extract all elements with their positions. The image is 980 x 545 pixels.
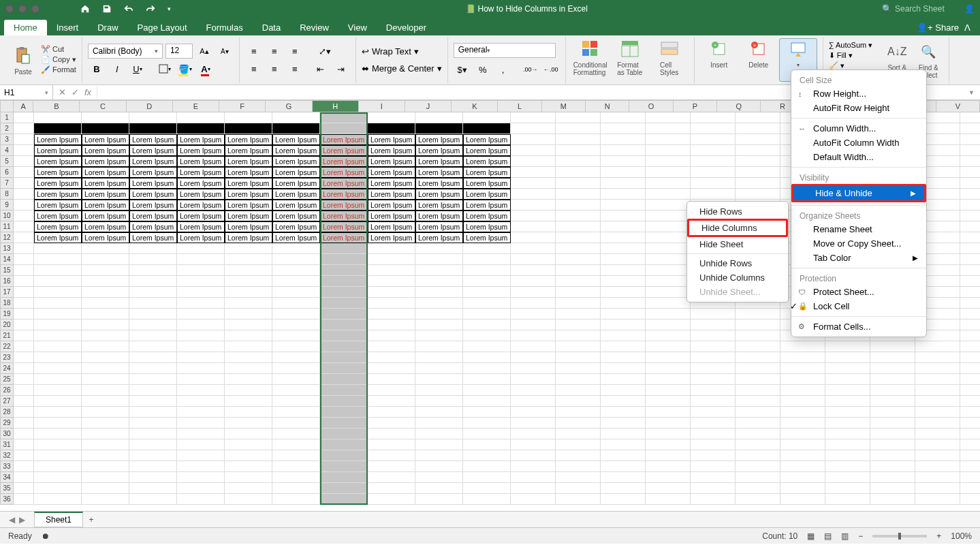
cell-D15[interactable] [129, 265, 177, 276]
cancel-formula-icon[interactable]: ✕ [59, 87, 66, 97]
cell-F28[interactable] [225, 407, 272, 418]
cell-M21[interactable] [556, 330, 601, 341]
number-format-select[interactable]: General▾ [454, 43, 556, 58]
cell-K33[interactable] [463, 461, 511, 472]
cell-M11[interactable] [556, 221, 601, 232]
decrease-font-icon[interactable]: A▾ [216, 44, 234, 59]
cell-C24[interactable] [82, 363, 129, 374]
cell-Q35[interactable] [736, 483, 780, 494]
cell-E15[interactable] [177, 265, 225, 276]
cell-V17[interactable] [960, 287, 980, 298]
cell-S29[interactable] [825, 418, 870, 429]
cell-O1[interactable] [646, 112, 691, 123]
cell-B15[interactable] [34, 265, 82, 276]
cell-E30[interactable] [177, 429, 225, 439]
cell-C19[interactable] [82, 309, 129, 320]
cell-R22[interactable] [780, 341, 825, 352]
lock-cell-item[interactable]: ✓🔒Lock Cell [791, 299, 926, 313]
cell-P30[interactable] [691, 429, 736, 439]
cell-D11[interactable]: Lorem Ipsum [129, 221, 177, 232]
bold-button[interactable]: B [88, 61, 106, 76]
cell-P20[interactable] [691, 320, 736, 330]
cell-G6[interactable]: Lorem Ipsum [272, 167, 320, 178]
cell-P25[interactable] [691, 374, 736, 385]
cell-F7[interactable]: Lorem Ipsum [225, 178, 272, 189]
cell-O7[interactable] [646, 178, 691, 189]
cell-P24[interactable] [691, 363, 736, 374]
cell-L18[interactable] [511, 298, 556, 309]
increase-decimal-icon[interactable]: .00→ [522, 62, 539, 77]
zoom-slider[interactable] [872, 535, 927, 538]
cell-E5[interactable]: Lorem Ipsum [177, 156, 225, 167]
cell-A27[interactable] [14, 396, 34, 407]
cell-B19[interactable] [34, 309, 82, 320]
row-header-1[interactable]: 1 [0, 112, 14, 123]
cell-U25[interactable] [915, 374, 960, 385]
cell-C17[interactable] [82, 287, 129, 298]
cell-F9[interactable]: Lorem Ipsum [225, 200, 272, 211]
cell-C32[interactable] [82, 450, 129, 461]
cell-C12[interactable]: Lorem Ipsum [82, 232, 129, 243]
cell-F25[interactable] [225, 374, 272, 385]
cell-V15[interactable] [960, 265, 980, 276]
cell-N27[interactable] [601, 396, 646, 407]
cell-F31[interactable] [225, 439, 272, 450]
cell-N31[interactable] [601, 439, 646, 450]
row-header-25[interactable]: 25 [0, 374, 14, 385]
cell-A33[interactable] [14, 461, 34, 472]
cell-V9[interactable] [960, 200, 980, 211]
cell-A6[interactable] [14, 167, 34, 178]
cell-D13[interactable] [129, 243, 177, 254]
cell-G19[interactable] [272, 309, 320, 320]
cell-O33[interactable] [646, 461, 691, 472]
cell-S28[interactable] [825, 407, 870, 418]
cell-G12[interactable]: Lorem Ipsum [272, 232, 320, 243]
cell-B4[interactable]: Lorem Ipsum [34, 145, 82, 156]
cell-I22[interactable] [368, 341, 415, 352]
cell-S31[interactable] [825, 439, 870, 450]
prev-sheet-icon[interactable]: ◀ [9, 515, 15, 525]
format-as-table-button[interactable]: Format as Table [611, 38, 649, 82]
row-header-30[interactable]: 30 [0, 429, 14, 439]
cell-A7[interactable] [14, 178, 34, 189]
cell-D23[interactable] [129, 352, 177, 363]
cell-Q36[interactable] [736, 494, 780, 505]
hide-sheet-item[interactable]: Hide Sheet [687, 237, 788, 251]
cell-F19[interactable] [225, 309, 272, 320]
cell-G31[interactable] [272, 439, 320, 450]
cell-L19[interactable] [511, 309, 556, 320]
cell-I27[interactable] [368, 396, 415, 407]
cell-L21[interactable] [511, 330, 556, 341]
zoom-window[interactable] [31, 5, 39, 13]
cell-H23[interactable] [320, 352, 368, 363]
cell-N5[interactable] [601, 156, 646, 167]
cell-V23[interactable] [960, 352, 980, 363]
cell-B30[interactable] [34, 429, 82, 439]
cell-H35[interactable] [320, 483, 368, 494]
cell-H15[interactable] [320, 265, 368, 276]
tab-data[interactable]: Data [253, 20, 290, 35]
cell-P3[interactable] [691, 134, 736, 145]
cell-A28[interactable] [14, 407, 34, 418]
cell-A16[interactable] [14, 276, 34, 287]
cell-M1[interactable] [556, 112, 601, 123]
cell-J19[interactable] [415, 309, 463, 320]
cell-S30[interactable] [825, 429, 870, 439]
cell-T31[interactable] [870, 439, 915, 450]
cell-M29[interactable] [556, 418, 601, 429]
cell-K35[interactable] [463, 483, 511, 494]
cell-N20[interactable] [601, 320, 646, 330]
cell-P6[interactable] [691, 167, 736, 178]
cell-C4[interactable]: Lorem Ipsum [82, 145, 129, 156]
cell-I28[interactable] [368, 407, 415, 418]
cell-V14[interactable] [960, 254, 980, 265]
cell-N21[interactable] [601, 330, 646, 341]
cell-G20[interactable] [272, 320, 320, 330]
cell-A19[interactable] [14, 309, 34, 320]
cell-N18[interactable] [601, 298, 646, 309]
cell-L10[interactable] [511, 211, 556, 221]
cell-J6[interactable]: Lorem Ipsum [415, 167, 463, 178]
cell-J16[interactable] [415, 276, 463, 287]
cell-N15[interactable] [601, 265, 646, 276]
cell-E27[interactable] [177, 396, 225, 407]
